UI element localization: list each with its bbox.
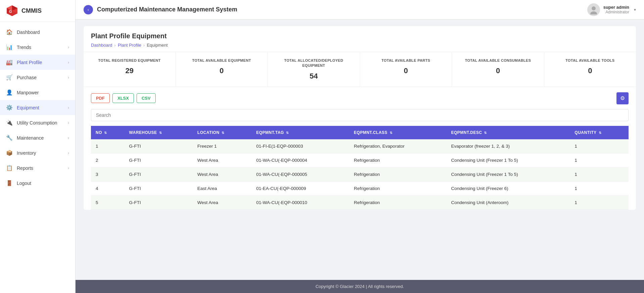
- th-eqpmnt_class[interactable]: EQPMNT.CLASS⇅: [349, 126, 447, 139]
- th-warehouse[interactable]: WAREHOUSE⇅: [125, 126, 193, 139]
- nav-item-left-manpower: 👤 Manpower: [6, 89, 39, 96]
- page-header: Plant Profile Equipment Dashboard › Plan…: [84, 26, 636, 52]
- nav-icon-trends: 📊: [6, 44, 13, 50]
- pdf-button[interactable]: PDF: [91, 93, 110, 103]
- table-row: 2G-FTIWest Area01-WA-CU(-EQP-000004Refri…: [91, 153, 629, 167]
- nav-arrow-reports: ›: [68, 166, 69, 170]
- cell-no-1: 2: [91, 153, 125, 167]
- stat-value-2: 54: [273, 72, 354, 81]
- user-role: Administrator: [603, 10, 629, 14]
- svg-point-7: [590, 11, 597, 14]
- cell-eqpmnt_desc-1: Condensing Unit (Freezer 1 To 5): [446, 153, 570, 167]
- stat-value-4: 0: [457, 66, 539, 75]
- cell-location-0: Freezer 1: [193, 139, 251, 153]
- nav-icon-inventory: 📦: [6, 150, 13, 156]
- stat-label-3: TOTAL AVAILABLE PARTS: [365, 58, 447, 63]
- cell-warehouse-4: G-FTI: [125, 195, 193, 209]
- cell-no-0: 1: [91, 139, 125, 153]
- cell-eqpmnt_tag-0: 01-FI-E(1-EQP-000003: [251, 139, 349, 153]
- breadcrumb: Dashboard › Plant Profile › Equipment: [91, 43, 629, 48]
- th-no[interactable]: NO⇅: [91, 126, 125, 139]
- sidebar: G CMMIS 🏠 Dashboard 📊 Trends › 🏭 Plant P…: [0, 0, 76, 293]
- sidebar-item-plant-profile[interactable]: 🏭 Plant Profile ›: [0, 55, 75, 70]
- cell-eqpmnt_class-2: Refrigeration: [349, 167, 447, 181]
- footer-text: Copyright © Glacier 2024 | All rights re…: [315, 284, 404, 289]
- breadcrumb-sep-1: ›: [114, 43, 116, 48]
- table-header-row: NO⇅WAREHOUSE⇅LOCATION⇅EQPMNT.TAG⇅EQPMNT.…: [91, 126, 629, 139]
- avatar-icon: [589, 5, 598, 14]
- table-row: 5G-FTIWest Area01-WA-CU(-EQP-000010Refri…: [91, 195, 629, 209]
- stat-card-0: TOTAL REGISTERED EQUIPMENT 29: [84, 52, 176, 87]
- th-eqpmnt_desc[interactable]: EQPMNT.DESC⇅: [446, 126, 570, 139]
- nav-item-left-dashboard: 🏠 Dashboard: [6, 29, 40, 35]
- cell-eqpmnt_desc-4: Condensing Unit (Anteroom): [446, 195, 570, 209]
- sidebar-item-logout[interactable]: 🚪 Logout: [0, 176, 75, 191]
- breadcrumb-plant-profile[interactable]: Plant Profile: [118, 43, 141, 48]
- stat-card-5: TOTAL AVAILABLE TOOLS 0: [544, 52, 636, 87]
- cell-no-3: 4: [91, 181, 125, 195]
- nav-item-left-inventory: 📦 Inventory: [6, 150, 36, 156]
- nav-arrow-plant-profile: ›: [68, 60, 69, 65]
- csv-button[interactable]: CSV: [137, 93, 156, 103]
- nav-label-equipment: Equipment: [17, 105, 39, 110]
- sort-icon-location: ⇅: [221, 131, 225, 135]
- sidebar-item-dashboard[interactable]: 🏠 Dashboard: [0, 25, 75, 40]
- cell-warehouse-1: G-FTI: [125, 153, 193, 167]
- sidebar-item-maintenance[interactable]: 🔧 Maintenance ›: [0, 130, 75, 145]
- cell-no-4: 5: [91, 195, 125, 209]
- breadcrumb-sep-2: ›: [143, 43, 145, 48]
- user-menu[interactable]: super admin Administrator ▾: [587, 3, 636, 16]
- cell-quantity-3: 1: [570, 181, 629, 195]
- sidebar-item-utility-consumption[interactable]: 🔌 Utility Consumption ›: [0, 115, 75, 130]
- nav-item-left-reports: 📋 Reports: [6, 165, 33, 171]
- cell-location-4: West Area: [193, 195, 251, 209]
- nav-icon-logout: 🚪: [6, 180, 13, 186]
- stat-card-2: TOTAL ALLOCATED/DEPLOYED EQUIPMENT 54: [268, 52, 360, 87]
- header-title: Computerized Maintenance Management Syst…: [97, 6, 237, 13]
- stat-value-1: 0: [181, 66, 262, 75]
- sort-icon-eqpmnt_tag: ⇅: [286, 131, 289, 135]
- nav-label-reports: Reports: [17, 165, 33, 171]
- nav-label-manpower: Manpower: [17, 90, 39, 95]
- sort-icon-quantity: ⇅: [599, 131, 602, 135]
- data-table: NO⇅WAREHOUSE⇅LOCATION⇅EQPMNT.TAG⇅EQPMNT.…: [91, 126, 629, 210]
- th-eqpmnt_tag[interactable]: EQPMNT.TAG⇅: [251, 126, 349, 139]
- user-name: super admin: [603, 5, 629, 10]
- cell-eqpmnt_class-1: Refrigeration: [349, 153, 447, 167]
- settings-button[interactable]: ⚙: [616, 92, 629, 104]
- cell-quantity-2: 1: [570, 167, 629, 181]
- cell-eqpmnt_desc-3: Condensing Unit (Freezer 6): [446, 181, 570, 195]
- svg-point-6: [592, 6, 596, 10]
- cell-warehouse-0: G-FTI: [125, 139, 193, 153]
- sidebar-item-inventory[interactable]: 📦 Inventory ›: [0, 145, 75, 160]
- nav-item-left-equipment: ⚙️ Equipment: [6, 104, 39, 111]
- sidebar-item-trends[interactable]: 📊 Trends ›: [0, 40, 75, 55]
- breadcrumb-dashboard[interactable]: Dashboard: [91, 43, 112, 48]
- sidebar-item-manpower[interactable]: 👤 Manpower: [0, 85, 75, 100]
- nav-arrow-utility-consumption: ›: [68, 120, 69, 125]
- export-buttons: PDF XLSX CSV: [91, 93, 156, 103]
- nav-icon-maintenance: 🔧: [6, 135, 13, 141]
- avatar: [587, 3, 600, 16]
- sidebar-logo: G CMMIS: [0, 0, 75, 22]
- cell-location-3: East Area: [193, 181, 251, 195]
- sidebar-item-equipment[interactable]: ⚙️ Equipment ›: [0, 100, 75, 115]
- xlsx-button[interactable]: XLSX: [112, 93, 134, 103]
- sidebar-toggle-button[interactable]: ‹: [84, 5, 93, 14]
- nav-label-trends: Trends: [17, 45, 31, 50]
- cell-no-2: 3: [91, 167, 125, 181]
- search-input[interactable]: [91, 109, 629, 121]
- chevron-down-icon: ▾: [634, 7, 636, 12]
- nav-icon-manpower: 👤: [6, 89, 13, 96]
- nav-item-left-purchase: 🛒 Purchase: [6, 74, 37, 81]
- main-area: ‹ Computerized Maintenance Management Sy…: [76, 0, 644, 293]
- sidebar-item-purchase[interactable]: 🛒 Purchase ›: [0, 70, 75, 85]
- sidebar-item-reports[interactable]: 📋 Reports ›: [0, 160, 75, 176]
- nav-icon-plant-profile: 🏭: [6, 59, 13, 65]
- stat-value-0: 29: [89, 66, 170, 75]
- th-location[interactable]: LOCATION⇅: [193, 126, 251, 139]
- th-quantity[interactable]: QUANTITY⇅: [570, 126, 629, 139]
- table-actions: PDF XLSX CSV ⚙: [91, 92, 629, 104]
- cell-location-2: West Area: [193, 167, 251, 181]
- nav-label-plant-profile: Plant Profile: [17, 60, 42, 65]
